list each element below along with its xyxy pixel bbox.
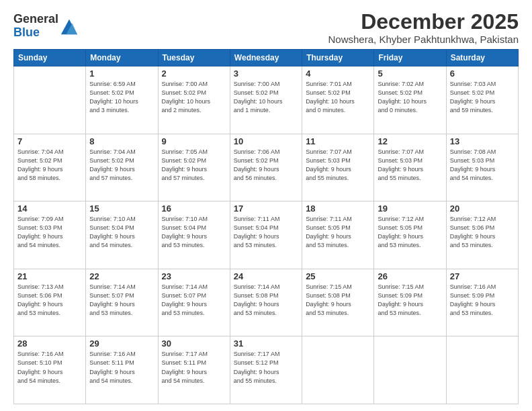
- table-row: 30Sunrise: 7:17 AMSunset: 5:11 PMDayligh…: [158, 336, 230, 404]
- day-info: Sunrise: 7:11 AMSunset: 5:05 PMDaylight:…: [306, 215, 370, 250]
- table-row: 31Sunrise: 7:17 AMSunset: 5:12 PMDayligh…: [230, 336, 302, 404]
- day-info: Sunrise: 7:00 AMSunset: 5:02 PMDaylight:…: [234, 80, 298, 115]
- day-info: Sunrise: 7:10 AMSunset: 5:04 PMDaylight:…: [89, 215, 154, 250]
- day-info: Sunrise: 7:06 AMSunset: 5:02 PMDaylight:…: [234, 148, 298, 183]
- day-number: 17: [234, 203, 298, 214]
- day-info: Sunrise: 7:07 AMSunset: 5:03 PMDaylight:…: [378, 148, 442, 183]
- day-info: Sunrise: 7:14 AMSunset: 5:07 PMDaylight:…: [89, 283, 154, 318]
- day-info: Sunrise: 7:17 AMSunset: 5:12 PMDaylight:…: [234, 350, 298, 385]
- day-number: 3: [234, 68, 298, 79]
- table-row: 9Sunrise: 7:05 AMSunset: 5:02 PMDaylight…: [158, 134, 230, 201]
- calendar-week-row: 28Sunrise: 7:16 AMSunset: 5:10 PMDayligh…: [14, 336, 519, 404]
- day-number: 13: [450, 136, 515, 146]
- table-row: 26Sunrise: 7:15 AMSunset: 5:09 PMDayligh…: [374, 269, 446, 336]
- table-row: 3Sunrise: 7:00 AMSunset: 5:02 PMDaylight…: [230, 66, 302, 134]
- table-row: [446, 336, 518, 404]
- table-row: 5Sunrise: 7:02 AMSunset: 5:02 PMDaylight…: [374, 66, 446, 134]
- calendar-header-row: Sunday Monday Tuesday Wednesday Thursday…: [14, 50, 519, 66]
- day-number: 18: [306, 203, 370, 214]
- day-number: 12: [378, 136, 442, 146]
- day-info: Sunrise: 7:15 AMSunset: 5:09 PMDaylight:…: [378, 283, 442, 318]
- col-tuesday: Tuesday: [158, 50, 230, 66]
- table-row: [302, 336, 374, 404]
- table-row: 6Sunrise: 7:03 AMSunset: 5:02 PMDaylight…: [446, 66, 518, 134]
- col-friday: Friday: [374, 50, 446, 66]
- calendar-week-row: 21Sunrise: 7:13 AMSunset: 5:06 PMDayligh…: [14, 269, 519, 336]
- table-row: 17Sunrise: 7:11 AMSunset: 5:04 PMDayligh…: [230, 201, 302, 269]
- col-thursday: Thursday: [302, 50, 374, 66]
- table-row: [374, 336, 446, 404]
- table-row: 23Sunrise: 7:14 AMSunset: 5:07 PMDayligh…: [158, 269, 230, 336]
- day-number: 5: [378, 68, 442, 79]
- day-number: 26: [378, 271, 442, 281]
- table-row: 16Sunrise: 7:10 AMSunset: 5:04 PMDayligh…: [158, 201, 230, 269]
- day-number: 16: [162, 203, 226, 214]
- table-row: 2Sunrise: 7:00 AMSunset: 5:02 PMDaylight…: [158, 66, 230, 134]
- day-info: Sunrise: 7:02 AMSunset: 5:02 PMDaylight:…: [378, 80, 442, 115]
- page-subtitle: Nowshera, Khyber Pakhtunkhwa, Pakistan: [328, 34, 519, 45]
- logo-icon: [60, 17, 79, 36]
- day-number: 1: [89, 68, 154, 79]
- day-number: 10: [234, 136, 298, 146]
- header: General Blue December 2025 Nowshera, Khy…: [13, 10, 519, 45]
- day-number: 7: [17, 136, 82, 146]
- page: General Blue December 2025 Nowshera, Khy…: [0, 0, 532, 411]
- day-info: Sunrise: 7:05 AMSunset: 5:02 PMDaylight:…: [162, 148, 226, 183]
- table-row: 24Sunrise: 7:14 AMSunset: 5:08 PMDayligh…: [230, 269, 302, 336]
- day-number: 6: [450, 68, 515, 79]
- day-info: Sunrise: 7:07 AMSunset: 5:03 PMDaylight:…: [306, 148, 370, 183]
- table-row: 13Sunrise: 7:08 AMSunset: 5:03 PMDayligh…: [446, 134, 518, 201]
- day-number: 21: [17, 271, 82, 281]
- col-sunday: Sunday: [14, 50, 86, 66]
- calendar-table: Sunday Monday Tuesday Wednesday Thursday…: [13, 49, 519, 404]
- table-row: 21Sunrise: 7:13 AMSunset: 5:06 PMDayligh…: [14, 269, 86, 336]
- day-info: Sunrise: 7:04 AMSunset: 5:02 PMDaylight:…: [17, 148, 82, 183]
- table-row: 27Sunrise: 7:16 AMSunset: 5:09 PMDayligh…: [446, 269, 518, 336]
- day-number: 24: [234, 271, 298, 281]
- table-row: 22Sunrise: 7:14 AMSunset: 5:07 PMDayligh…: [86, 269, 158, 336]
- day-number: 28: [17, 338, 82, 349]
- table-row: 4Sunrise: 7:01 AMSunset: 5:02 PMDaylight…: [302, 66, 374, 134]
- day-info: Sunrise: 7:14 AMSunset: 5:08 PMDaylight:…: [234, 283, 298, 318]
- title-block: December 2025 Nowshera, Khyber Pakhtunkh…: [328, 10, 519, 45]
- day-info: Sunrise: 7:16 AMSunset: 5:10 PMDaylight:…: [17, 350, 82, 385]
- day-number: 30: [162, 338, 226, 349]
- table-row: 7Sunrise: 7:04 AMSunset: 5:02 PMDaylight…: [14, 134, 86, 201]
- day-number: 25: [306, 271, 370, 281]
- day-number: 11: [306, 136, 370, 146]
- table-row: [14, 66, 86, 134]
- page-title: December 2025: [328, 10, 519, 34]
- day-info: Sunrise: 7:11 AMSunset: 5:04 PMDaylight:…: [234, 215, 298, 250]
- day-info: Sunrise: 7:12 AMSunset: 5:06 PMDaylight:…: [450, 215, 515, 250]
- day-info: Sunrise: 7:15 AMSunset: 5:08 PMDaylight:…: [306, 283, 370, 318]
- col-saturday: Saturday: [446, 50, 518, 66]
- table-row: 19Sunrise: 7:12 AMSunset: 5:05 PMDayligh…: [374, 201, 446, 269]
- day-info: Sunrise: 7:17 AMSunset: 5:11 PMDaylight:…: [162, 350, 226, 385]
- logo: General Blue: [13, 13, 79, 40]
- table-row: 12Sunrise: 7:07 AMSunset: 5:03 PMDayligh…: [374, 134, 446, 201]
- day-info: Sunrise: 7:16 AMSunset: 5:09 PMDaylight:…: [450, 283, 515, 318]
- day-number: 2: [162, 68, 226, 79]
- day-info: Sunrise: 7:00 AMSunset: 5:02 PMDaylight:…: [162, 80, 226, 115]
- day-number: 23: [162, 271, 226, 281]
- day-number: 31: [234, 338, 298, 349]
- day-number: 8: [89, 136, 154, 146]
- table-row: 8Sunrise: 7:04 AMSunset: 5:02 PMDaylight…: [86, 134, 158, 201]
- day-number: 15: [89, 203, 154, 214]
- day-info: Sunrise: 7:08 AMSunset: 5:03 PMDaylight:…: [450, 148, 515, 183]
- table-row: 25Sunrise: 7:15 AMSunset: 5:08 PMDayligh…: [302, 269, 374, 336]
- table-row: 29Sunrise: 7:16 AMSunset: 5:11 PMDayligh…: [86, 336, 158, 404]
- table-row: 15Sunrise: 7:10 AMSunset: 5:04 PMDayligh…: [86, 201, 158, 269]
- day-info: Sunrise: 7:09 AMSunset: 5:03 PMDaylight:…: [17, 215, 82, 250]
- table-row: 14Sunrise: 7:09 AMSunset: 5:03 PMDayligh…: [14, 201, 86, 269]
- day-info: Sunrise: 7:14 AMSunset: 5:07 PMDaylight:…: [162, 283, 226, 318]
- table-row: 1Sunrise: 6:59 AMSunset: 5:02 PMDaylight…: [86, 66, 158, 134]
- day-info: Sunrise: 7:13 AMSunset: 5:06 PMDaylight:…: [17, 283, 82, 318]
- table-row: 20Sunrise: 7:12 AMSunset: 5:06 PMDayligh…: [446, 201, 518, 269]
- day-number: 22: [89, 271, 154, 281]
- day-info: Sunrise: 7:12 AMSunset: 5:05 PMDaylight:…: [378, 215, 442, 250]
- day-info: Sunrise: 6:59 AMSunset: 5:02 PMDaylight:…: [89, 80, 154, 115]
- day-number: 27: [450, 271, 515, 281]
- col-monday: Monday: [86, 50, 158, 66]
- table-row: 10Sunrise: 7:06 AMSunset: 5:02 PMDayligh…: [230, 134, 302, 201]
